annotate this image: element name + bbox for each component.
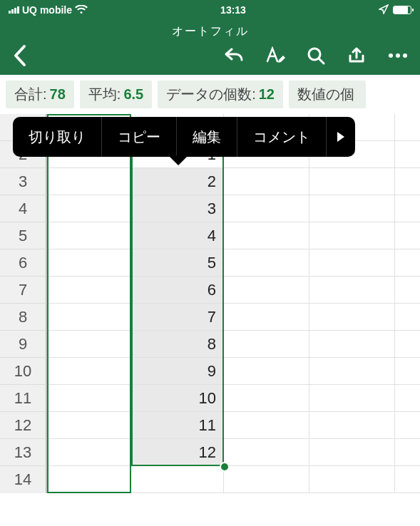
cell[interactable]: 3	[131, 195, 224, 222]
stat-value: 6.5	[123, 86, 143, 103]
cell[interactable]	[224, 466, 309, 493]
row-header[interactable]: 14	[0, 466, 47, 493]
cell[interactable]	[395, 195, 420, 222]
cell[interactable]	[47, 439, 131, 466]
stat-average[interactable]: 平均: 6.5	[80, 81, 152, 108]
context-more-button[interactable]	[327, 117, 355, 157]
page-title-bar: オートフィル	[0, 20, 420, 41]
cell[interactable]: 12	[131, 439, 224, 466]
cell[interactable]: 8	[131, 331, 224, 358]
row-header[interactable]: 11	[0, 385, 47, 412]
cell[interactable]	[309, 222, 395, 249]
cell[interactable]	[47, 304, 131, 331]
cell[interactable]	[309, 358, 395, 385]
row-header[interactable]: 3	[0, 168, 47, 195]
cell[interactable]	[47, 358, 131, 385]
row-header[interactable]: 9	[0, 331, 47, 358]
undo-button[interactable]	[223, 46, 245, 66]
cell[interactable]	[395, 168, 420, 195]
cell[interactable]	[47, 412, 131, 439]
cell[interactable]	[131, 466, 224, 493]
row-header[interactable]: 4	[0, 195, 47, 222]
row-header[interactable]: 7	[0, 277, 47, 304]
cell[interactable]: 6	[131, 277, 224, 304]
cell[interactable]	[309, 277, 395, 304]
cell[interactable]	[395, 141, 420, 168]
cell[interactable]	[309, 439, 395, 466]
stat-sum[interactable]: 合計: 78	[6, 81, 74, 108]
context-copy[interactable]: コピー	[102, 117, 177, 157]
stat-label: 数値の個	[297, 85, 354, 104]
clock: 13:13	[220, 4, 246, 16]
cell[interactable]	[309, 249, 395, 277]
cell[interactable]	[309, 168, 395, 195]
cell[interactable]	[224, 412, 309, 439]
cell[interactable]	[395, 385, 420, 412]
back-button[interactable]	[11, 43, 27, 68]
more-button[interactable]	[387, 52, 409, 59]
selection-handle-bottom[interactable]	[220, 462, 230, 472]
cell[interactable]: 2	[131, 168, 224, 195]
cell[interactable]	[224, 385, 309, 412]
stat-label: 平均:	[88, 85, 121, 104]
cell[interactable]	[309, 385, 395, 412]
cell[interactable]	[47, 331, 131, 358]
context-comment[interactable]: コメント	[237, 117, 327, 157]
cell[interactable]	[47, 277, 131, 304]
cell[interactable]	[224, 222, 309, 249]
cell[interactable]: 11	[131, 412, 224, 439]
cell[interactable]	[224, 358, 309, 385]
cell[interactable]: 7	[131, 304, 224, 331]
row-header[interactable]: 13	[0, 439, 47, 466]
cell[interactable]	[224, 331, 309, 358]
cell[interactable]	[395, 466, 420, 493]
cell[interactable]: 5	[131, 249, 224, 277]
cell[interactable]	[309, 412, 395, 439]
cell[interactable]	[395, 358, 420, 385]
cell[interactable]	[224, 277, 309, 304]
cell[interactable]	[47, 195, 131, 222]
cell[interactable]	[224, 168, 309, 195]
cell[interactable]	[309, 195, 395, 222]
cell[interactable]	[309, 304, 395, 331]
cell[interactable]	[47, 466, 131, 493]
spreadsheet[interactable]: 1213243546576879810911101211131214	[0, 114, 420, 493]
svg-point-2	[396, 53, 400, 58]
stat-label: データの個数:	[166, 85, 256, 104]
row-header[interactable]: 6	[0, 249, 47, 277]
cell[interactable]	[395, 304, 420, 331]
cell[interactable]: 4	[131, 222, 224, 249]
context-edit[interactable]: 編集	[177, 117, 237, 157]
row-header[interactable]: 12	[0, 412, 47, 439]
stat-numeric-count[interactable]: 数値の個	[289, 81, 366, 108]
row-header[interactable]: 10	[0, 358, 47, 385]
cell[interactable]	[47, 249, 131, 277]
search-button[interactable]	[306, 46, 326, 66]
font-edit-button[interactable]	[265, 46, 286, 66]
cell[interactable]	[47, 222, 131, 249]
cell[interactable]	[47, 168, 131, 195]
cell[interactable]	[395, 412, 420, 439]
context-cut[interactable]: 切り取り	[13, 117, 102, 157]
stat-count[interactable]: データの個数: 12	[158, 81, 283, 108]
cell[interactable]	[47, 385, 131, 412]
cell[interactable]	[224, 439, 309, 466]
row-header[interactable]: 8	[0, 304, 47, 331]
cell[interactable]	[224, 195, 309, 222]
cell[interactable]	[395, 277, 420, 304]
cell[interactable]	[224, 249, 309, 277]
cell[interactable]	[309, 466, 395, 493]
cell[interactable]	[395, 249, 420, 277]
cell[interactable]	[224, 304, 309, 331]
cell[interactable]	[309, 331, 395, 358]
cell[interactable]	[395, 222, 420, 249]
cell[interactable]	[395, 114, 420, 141]
cell[interactable]	[395, 439, 420, 466]
cell[interactable]	[395, 331, 420, 358]
cell[interactable]: 9	[131, 358, 224, 385]
row-header[interactable]: 5	[0, 222, 47, 249]
share-button[interactable]	[346, 46, 367, 66]
wifi-icon	[75, 5, 88, 15]
status-bar: UQ mobile 13:13	[0, 0, 420, 20]
cell[interactable]: 10	[131, 385, 224, 412]
